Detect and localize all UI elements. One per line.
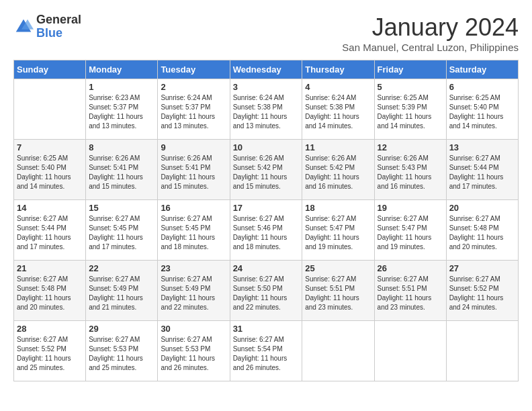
day-info: Sunrise: 6:27 AM Sunset: 5:45 PM Dayligh… [161, 214, 226, 252]
sunrise-text: Sunrise: 6:25 AM [378, 93, 443, 103]
calendar-cell: 26 Sunrise: 6:27 AM Sunset: 5:51 PM Dayl… [374, 261, 446, 321]
day-info: Sunrise: 6:25 AM Sunset: 5:40 PM Dayligh… [449, 93, 515, 131]
sunset-text: Sunset: 5:52 PM [17, 345, 83, 354]
day-info: Sunrise: 6:27 AM Sunset: 5:53 PM Dayligh… [89, 335, 154, 373]
sunrise-text: Sunrise: 6:26 AM [305, 154, 371, 163]
col-saturday: Saturday [446, 60, 518, 79]
sunset-text: Sunset: 5:49 PM [161, 284, 226, 293]
calendar-cell: 21 Sunrise: 6:27 AM Sunset: 5:48 PM Dayl… [14, 261, 86, 321]
calendar-cell: 2 Sunrise: 6:24 AM Sunset: 5:37 PM Dayli… [158, 79, 230, 140]
sunrise-text: Sunrise: 6:26 AM [233, 154, 300, 163]
sunrise-text: Sunrise: 6:27 AM [233, 335, 300, 345]
logo-blue-label: Blue [36, 27, 81, 40]
day-info: Sunrise: 6:26 AM Sunset: 5:42 PM Dayligh… [305, 154, 371, 191]
day-number: 7 [17, 142, 83, 152]
daylight-text: Daylight: 11 hours and 15 minutes. [161, 173, 226, 191]
sunrise-text: Sunrise: 6:27 AM [17, 335, 83, 345]
daylight-text: Daylight: 11 hours and 22 minutes. [233, 293, 300, 312]
daylight-text: Daylight: 11 hours and 25 minutes. [89, 354, 154, 373]
daylight-text: Daylight: 11 hours and 18 minutes. [233, 233, 300, 252]
calendar-cell: 20 Sunrise: 6:27 AM Sunset: 5:48 PM Dayl… [446, 200, 518, 261]
day-info: Sunrise: 6:23 AM Sunset: 5:37 PM Dayligh… [89, 93, 154, 131]
daylight-text: Daylight: 11 hours and 14 minutes. [17, 173, 83, 191]
sunrise-text: Sunrise: 6:27 AM [449, 214, 515, 224]
day-info: Sunrise: 6:25 AM Sunset: 5:40 PM Dayligh… [17, 154, 83, 191]
sunset-text: Sunset: 5:51 PM [305, 284, 371, 293]
calendar-cell: 4 Sunrise: 6:24 AM Sunset: 5:38 PM Dayli… [302, 79, 374, 140]
day-number: 21 [17, 263, 83, 273]
calendar-cell: 14 Sunrise: 6:27 AM Sunset: 5:44 PM Dayl… [14, 200, 86, 261]
calendar-week-4: 21 Sunrise: 6:27 AM Sunset: 5:48 PM Dayl… [14, 261, 519, 321]
sunset-text: Sunset: 5:53 PM [89, 345, 154, 354]
daylight-text: Daylight: 11 hours and 20 minutes. [449, 233, 515, 252]
daylight-text: Daylight: 11 hours and 16 minutes. [305, 173, 371, 191]
daylight-text: Daylight: 11 hours and 17 minutes. [89, 233, 154, 252]
calendar-cell: 6 Sunrise: 6:25 AM Sunset: 5:40 PM Dayli… [446, 79, 518, 140]
day-info: Sunrise: 6:27 AM Sunset: 5:52 PM Dayligh… [449, 275, 515, 312]
sunrise-text: Sunrise: 6:24 AM [161, 93, 226, 103]
day-info: Sunrise: 6:27 AM Sunset: 5:49 PM Dayligh… [161, 275, 226, 312]
daylight-text: Daylight: 11 hours and 14 minutes. [305, 112, 371, 131]
calendar-cell: 19 Sunrise: 6:27 AM Sunset: 5:47 PM Dayl… [374, 200, 446, 261]
day-number: 22 [89, 263, 154, 273]
sunrise-text: Sunrise: 6:23 AM [89, 93, 154, 103]
sunrise-text: Sunrise: 6:27 AM [449, 275, 515, 284]
calendar-week-5: 28 Sunrise: 6:27 AM Sunset: 5:52 PM Dayl… [14, 321, 519, 381]
calendar-cell: 7 Sunrise: 6:25 AM Sunset: 5:40 PM Dayli… [14, 140, 86, 200]
sunset-text: Sunset: 5:40 PM [17, 163, 83, 173]
day-number: 6 [449, 82, 515, 92]
day-number: 30 [161, 324, 226, 334]
day-info: Sunrise: 6:27 AM Sunset: 5:52 PM Dayligh… [17, 335, 83, 373]
day-number: 17 [233, 203, 300, 213]
daylight-text: Daylight: 11 hours and 22 minutes. [161, 293, 226, 312]
sunset-text: Sunset: 5:43 PM [378, 163, 443, 173]
day-info: Sunrise: 6:27 AM Sunset: 5:49 PM Dayligh… [89, 275, 154, 312]
sunrise-text: Sunrise: 6:27 AM [89, 214, 154, 224]
day-info: Sunrise: 6:27 AM Sunset: 5:45 PM Dayligh… [89, 214, 154, 252]
sunrise-text: Sunrise: 6:27 AM [449, 154, 515, 163]
calendar-cell: 9 Sunrise: 6:26 AM Sunset: 5:41 PM Dayli… [158, 140, 230, 200]
calendar-cell: 27 Sunrise: 6:27 AM Sunset: 5:52 PM Dayl… [446, 261, 518, 321]
day-info: Sunrise: 6:27 AM Sunset: 5:53 PM Dayligh… [161, 335, 226, 373]
sunset-text: Sunset: 5:52 PM [449, 284, 515, 293]
sunset-text: Sunset: 5:51 PM [378, 284, 443, 293]
sunset-text: Sunset: 5:41 PM [161, 163, 226, 173]
calendar-cell: 13 Sunrise: 6:27 AM Sunset: 5:44 PM Dayl… [446, 140, 518, 200]
calendar-cell: 12 Sunrise: 6:26 AM Sunset: 5:43 PM Dayl… [374, 140, 446, 200]
logo-text: General Blue [36, 13, 81, 40]
day-number: 18 [305, 203, 371, 213]
daylight-text: Daylight: 11 hours and 17 minutes. [17, 233, 83, 252]
calendar-cell: 30 Sunrise: 6:27 AM Sunset: 5:53 PM Dayl… [158, 321, 230, 381]
day-info: Sunrise: 6:24 AM Sunset: 5:37 PM Dayligh… [161, 93, 226, 131]
sunset-text: Sunset: 5:42 PM [233, 163, 300, 173]
sunset-text: Sunset: 5:46 PM [233, 224, 300, 233]
daylight-text: Daylight: 11 hours and 14 minutes. [378, 112, 443, 131]
day-number: 25 [305, 263, 371, 273]
sunset-text: Sunset: 5:54 PM [233, 345, 300, 354]
sunrise-text: Sunrise: 6:27 AM [378, 214, 443, 224]
daylight-text: Daylight: 11 hours and 24 minutes. [449, 293, 515, 312]
sunrise-text: Sunrise: 6:27 AM [161, 335, 226, 345]
sunrise-text: Sunrise: 6:24 AM [233, 93, 300, 103]
daylight-text: Daylight: 11 hours and 23 minutes. [305, 293, 371, 312]
sunset-text: Sunset: 5:49 PM [89, 284, 154, 293]
logo: General Blue [13, 13, 81, 40]
daylight-text: Daylight: 11 hours and 26 minutes. [161, 354, 226, 373]
calendar-cell: 3 Sunrise: 6:24 AM Sunset: 5:38 PM Dayli… [230, 79, 302, 140]
calendar-cell: 16 Sunrise: 6:27 AM Sunset: 5:45 PM Dayl… [158, 200, 230, 261]
sunset-text: Sunset: 5:47 PM [378, 224, 443, 233]
sunset-text: Sunset: 5:42 PM [305, 163, 371, 173]
sunrise-text: Sunrise: 6:25 AM [449, 93, 515, 103]
calendar-cell: 8 Sunrise: 6:26 AM Sunset: 5:41 PM Dayli… [86, 140, 158, 200]
sunset-text: Sunset: 5:44 PM [17, 224, 83, 233]
day-info: Sunrise: 6:27 AM Sunset: 5:48 PM Dayligh… [17, 275, 83, 312]
day-number: 2 [161, 82, 226, 92]
daylight-text: Daylight: 11 hours and 18 minutes. [161, 233, 226, 252]
sunrise-text: Sunrise: 6:27 AM [89, 335, 154, 345]
calendar-cell: 1 Sunrise: 6:23 AM Sunset: 5:37 PM Dayli… [86, 79, 158, 140]
day-info: Sunrise: 6:26 AM Sunset: 5:41 PM Dayligh… [161, 154, 226, 191]
daylight-text: Daylight: 11 hours and 21 minutes. [89, 293, 154, 312]
day-info: Sunrise: 6:26 AM Sunset: 5:43 PM Dayligh… [378, 154, 443, 191]
day-number: 14 [17, 203, 83, 213]
calendar-cell: 5 Sunrise: 6:25 AM Sunset: 5:39 PM Dayli… [374, 79, 446, 140]
